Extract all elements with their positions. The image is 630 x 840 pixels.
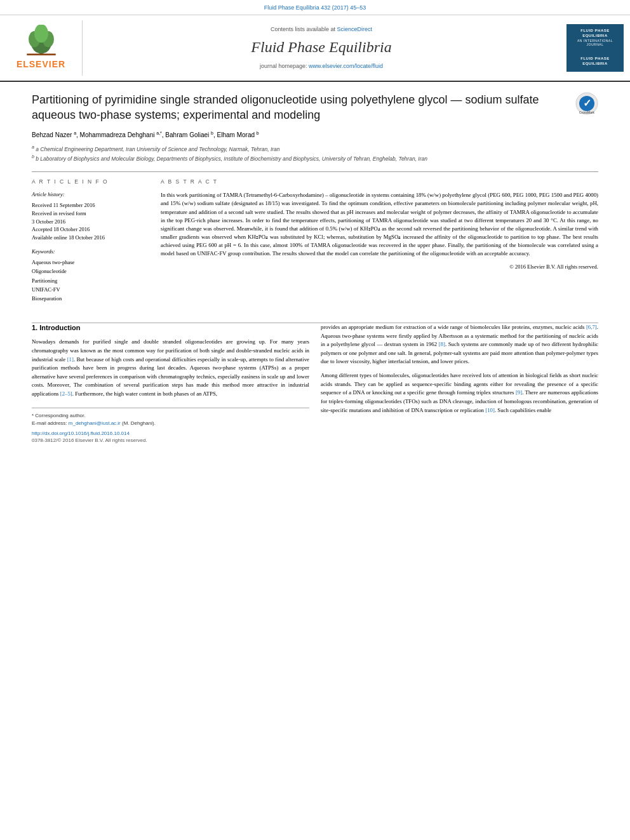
email-footnote: E-mail address: m_dehghani@iust.ac.ir (M… xyxy=(32,420,309,427)
ref-10: [10] xyxy=(485,407,495,413)
introduction-right: provides an appropriate medium for extra… xyxy=(321,323,598,444)
keyword-1: Aqueous two-phase xyxy=(32,258,149,267)
introduction-left: 1. Introduction Nowadays demands for pur… xyxy=(32,323,309,444)
keyword-2: Oligonucleotide xyxy=(32,267,149,276)
keyword-5: Bioseparation xyxy=(32,294,149,303)
crossmark-icon[interactable]: ✓ CrossMark xyxy=(575,92,598,117)
article-history: Article history: Received 11 September 2… xyxy=(32,191,149,242)
sciencedirect-line: Contents lists available at ScienceDirec… xyxy=(271,25,372,34)
accepted-date: Accepted 18 October 2016 xyxy=(32,225,149,234)
journal-header: ELSEVIER Contents lists available at Sci… xyxy=(0,15,630,82)
crossmark-svg: ✓ CrossMark xyxy=(575,92,598,115)
abstract-col: A B S T R A C T In this work partitionin… xyxy=(161,178,598,310)
elsevier-tree-icon xyxy=(22,25,60,57)
ref-9: [9] xyxy=(516,389,522,396)
main-content: Partitioning of pyrimidine single strand… xyxy=(0,82,630,323)
received-date: Received 11 September 2016 xyxy=(32,201,149,210)
ref-1: [1] xyxy=(67,356,74,363)
issn-line: 0378-3812/© 2016 Elsevier B.V. All right… xyxy=(32,437,309,444)
svg-text:✓: ✓ xyxy=(583,98,591,109)
article-info-header: A R T I C L E I N F O xyxy=(32,178,149,186)
sciencedirect-link[interactable]: ScienceDirect xyxy=(337,26,373,32)
doi-line[interactable]: http://dx.doi.org/10.1016/j.fluid.2016.1… xyxy=(32,430,309,437)
intro-paragraph-3: Among different types of biomolecules, o… xyxy=(321,371,598,415)
svg-text:CrossMark: CrossMark xyxy=(579,110,595,114)
journal-homepage: journal homepage: www.elsevier.com/locat… xyxy=(260,62,383,70)
history-label: Article history: xyxy=(32,191,149,199)
journal-center: Contents lists available at ScienceDirec… xyxy=(83,20,560,76)
elsevier-logo-box: ELSEVIER xyxy=(0,20,83,76)
keywords-label: Keywords: xyxy=(32,248,149,256)
ref-8: [8] xyxy=(439,341,445,347)
intro-section-title: 1. Introduction xyxy=(32,323,309,333)
elsevier-text: ELSEVIER xyxy=(17,58,65,71)
homepage-link[interactable]: www.elsevier.com/locate/fluid xyxy=(309,63,383,69)
title-crossmark-area: Partitioning of pyrimidine single strand… xyxy=(32,92,598,131)
keyword-4: UNIFAC-FV xyxy=(32,285,149,294)
article-title: Partitioning of pyrimidine single strand… xyxy=(32,92,569,123)
intro-paragraph-1: Nowadays demands for purified single and… xyxy=(32,338,309,398)
keywords-section: Keywords: Aqueous two-phase Oligonucleot… xyxy=(32,248,149,303)
fluid-phase-logo: FLUID PHASEEQUILIBRIAAN INTERNATIONAL JO… xyxy=(566,24,624,72)
ref-6-7: [6,7] xyxy=(586,324,597,330)
ref-2-5: [2–5] xyxy=(60,390,72,397)
abstract-header: A B S T R A C T xyxy=(161,178,598,186)
authors-line: Behzad Nazer a, Mohammadreza Dehghani a,… xyxy=(32,130,598,140)
footnote-area: * Corresponding author. E-mail address: … xyxy=(32,408,309,444)
online-date: Available online 18 October 2016 xyxy=(32,234,149,242)
journal-logo-box: FLUID PHASEEQUILIBRIAAN INTERNATIONAL JO… xyxy=(560,20,630,76)
intro-paragraph-2: provides an appropriate medium for extra… xyxy=(321,323,598,366)
revised-date: 3 October 2016 xyxy=(32,218,149,226)
svg-rect-5 xyxy=(27,53,55,55)
journal-reference: Fluid Phase Equilibria 432 (2017) 45–53 xyxy=(0,0,630,15)
affiliation-b: b b Laboratory of Biophysics and Molecul… xyxy=(32,154,598,163)
journal-title: Fluid Phase Equilibria xyxy=(251,37,391,58)
affiliation-a: a a Chemical Engineering Department, Ira… xyxy=(32,144,598,153)
body-content: 1. Introduction Nowadays demands for pur… xyxy=(0,323,630,457)
revised-label: Received in revised form xyxy=(32,210,149,218)
article-info-col: A R T I C L E I N F O Article history: R… xyxy=(32,178,149,310)
sciencedirect-label: Contents lists available at xyxy=(271,26,337,32)
copyright-line: © 2016 Elsevier B.V. All rights reserved… xyxy=(161,263,598,271)
article-info-abstract: A R T I C L E I N F O Article history: R… xyxy=(32,171,598,310)
homepage-label: journal homepage: xyxy=(260,63,309,69)
email-link[interactable]: m_dehghani@iust.ac.ir xyxy=(69,420,121,426)
keyword-3: Partitioning xyxy=(32,276,149,285)
svg-point-4 xyxy=(34,25,48,43)
corresponding-footnote: * Corresponding author. xyxy=(32,412,309,420)
abstract-text: In this work partitioning of TAMRA (Tetr… xyxy=(161,191,598,258)
elsevier-logo: ELSEVIER xyxy=(17,25,65,71)
journal-ref-text: Fluid Phase Equilibria 432 (2017) 45–53 xyxy=(264,4,366,11)
